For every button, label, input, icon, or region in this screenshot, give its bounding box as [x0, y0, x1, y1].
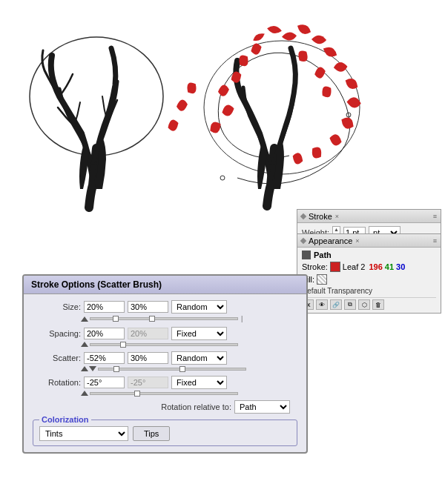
delete-btn[interactable]: 🗑 [372, 299, 384, 310]
scatter-slider[interactable] [98, 368, 246, 371]
scatter-input-2[interactable] [128, 352, 168, 364]
stroke-panel-titlebar: Stroke × ≡ [297, 210, 441, 223]
color-g-value: 41 [385, 262, 394, 271]
spacing-input-1[interactable] [84, 328, 125, 339]
scatter-input-1[interactable] [84, 352, 125, 364]
path-label: Path [314, 251, 332, 259]
scatter-label: Scatter: [33, 354, 81, 362]
scatter-slider-tri-right [89, 366, 96, 371]
appearance-panel-titlebar: Appearance × ≡ [297, 234, 441, 248]
stroke-attr-label: Stroke: [302, 262, 328, 271]
spacing-slider[interactable] [90, 343, 238, 346]
spacing-input-2 [128, 328, 168, 339]
dialog-header: Stroke Options (Scatter Brush) [24, 276, 306, 294]
rotation-method-select[interactable]: Fixed Random [171, 376, 227, 389]
colorization-legend: Colorization [39, 415, 91, 424]
canvas-area [0, 0, 445, 215]
scatter-slider-row [33, 366, 297, 371]
stroke-leaf-label: Leaf 2 [343, 262, 366, 271]
stroke-color-swatch[interactable] [330, 262, 340, 272]
scatter-method-select[interactable]: Random Fixed [171, 351, 227, 365]
appearance-icons-row: fx 👁 🔗 ⧉ ⬡ 🗑 [302, 297, 436, 311]
svg-point-2 [220, 176, 225, 180]
spacing-slider-row [33, 342, 297, 347]
stroke-attr-row: Stroke: Leaf 2 196 41 30 [302, 262, 436, 272]
duplicate-btn[interactable]: ⧉ [344, 299, 356, 310]
rotation-slider-tri [81, 391, 88, 396]
spacing-method-select[interactable]: Fixed Random [171, 327, 227, 340]
fill-swatch[interactable] [317, 274, 327, 285]
appearance-panel: Appearance × ≡ Path Stroke: Leaf 2 196 4… [297, 233, 441, 314]
size-slider-thumb-left[interactable] [113, 316, 119, 322]
path-row: Path [302, 251, 436, 259]
appearance-panel-close-x: × [355, 237, 359, 245]
colorization-method-select[interactable]: Tints Tints and Shades Hue Shift None [39, 426, 128, 441]
size-slider-label: | [241, 315, 243, 322]
rotation-slider-thumb[interactable] [134, 391, 140, 397]
color-r-value: 196 [369, 262, 382, 271]
scatter-slider-thumb-left[interactable] [113, 366, 119, 372]
spacing-row: Spacing: Fixed Random [33, 327, 297, 340]
appearance-panel-title: Appearance [309, 236, 352, 245]
appearance-panel-menu-icon[interactable]: ≡ [433, 237, 437, 245]
size-slider-row: | [33, 315, 297, 322]
size-slider-tri-up [81, 316, 88, 322]
scatter-slider-tri-left [81, 366, 88, 371]
size-method-select[interactable]: Random Fixed [171, 300, 227, 314]
stroke-panel-close-x: × [335, 213, 339, 220]
fill-attr-row: Fill: [302, 274, 436, 285]
path-icon [302, 251, 311, 259]
rotation-relative-select[interactable]: Path Page [234, 400, 290, 414]
rotation-row: Rotation: Fixed Random [33, 376, 297, 389]
size-input-1[interactable] [84, 301, 125, 313]
colorization-row: Tints Tints and Shades Hue Shift None Ti… [39, 426, 291, 441]
spacing-label: Spacing: [33, 329, 81, 338]
rotation-label: Rotation: [33, 378, 81, 387]
dialog-body: Size: Random Fixed | Spacing: Fixed R [24, 294, 306, 452]
size-label: Size: [33, 302, 81, 311]
stroke-panel-diamond-icon [300, 213, 306, 219]
link-btn[interactable]: 🔗 [330, 299, 342, 310]
size-slider[interactable] [90, 317, 238, 320]
stroke-panel-menu-icon[interactable]: ≡ [433, 213, 437, 220]
dialog-title: Stroke Options (Scatter Brush) [31, 279, 162, 290]
colorization-group: Colorization Tints Tints and Shades Hue … [33, 420, 297, 446]
appearance-panel-diamond-icon [300, 237, 306, 243]
stroke-panel-title: Stroke [309, 212, 332, 221]
rotation-slider-row [33, 391, 297, 396]
color-b-value: 30 [396, 262, 405, 271]
size-input-2[interactable] [128, 301, 168, 313]
spacing-slider-thumb[interactable] [120, 342, 126, 348]
scatter-slider-thumb-right[interactable] [179, 366, 185, 372]
weight-up-arrow[interactable]: ▲ [334, 227, 339, 233]
size-slider-thumb-right[interactable] [149, 316, 155, 322]
transparency-label: Default Transparency [302, 287, 372, 295]
rotation-slider[interactable] [90, 392, 238, 395]
spacing-slider-tri-up [81, 342, 88, 347]
tips-button[interactable]: Tips [133, 426, 170, 441]
rotation-input-2 [128, 377, 168, 388]
size-row: Size: Random Fixed [33, 300, 297, 314]
rotation-input-1[interactable] [84, 377, 125, 388]
move-up-btn[interactable]: ⬡ [358, 299, 370, 310]
rotation-relative-row: Rotation relative to: Path Page [33, 400, 297, 414]
eye-btn[interactable]: 👁 [316, 299, 328, 310]
rotation-relative-label: Rotation relative to: [161, 402, 231, 411]
scatter-row: Scatter: Random Fixed [33, 351, 297, 365]
illustration-svg [0, 0, 445, 215]
appearance-body: Path Stroke: Leaf 2 196 41 30 Fill: Defa… [297, 248, 441, 313]
transparency-row: Default Transparency [302, 287, 436, 295]
stroke-options-dialog: Stroke Options (Scatter Brush) Size: Ran… [22, 274, 308, 454]
